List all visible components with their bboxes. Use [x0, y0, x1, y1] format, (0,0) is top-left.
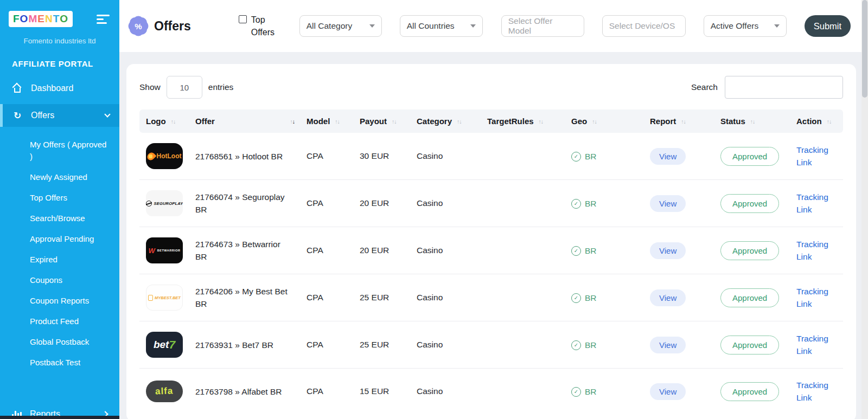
- column-header-targetrules[interactable]: TargetRules↑↓: [483, 109, 567, 133]
- offer-logo-mybestbet: MYBEST.BET: [146, 285, 183, 311]
- view-report-button[interactable]: View: [650, 337, 686, 353]
- sidebar-subitem-newly-assigned[interactable]: Newly Assigned: [30, 171, 111, 183]
- category-cell: Casino: [412, 227, 483, 274]
- sidebar-subitem-coupons[interactable]: Coupons: [30, 274, 111, 286]
- column-header-category[interactable]: Category↑↓: [412, 109, 483, 133]
- category-cell: Casino: [412, 133, 483, 180]
- column-header-logo[interactable]: Logo↑↓: [139, 109, 191, 133]
- entries-count-input[interactable]: [167, 76, 202, 99]
- geo-code: BR: [585, 387, 597, 397]
- top-offers-checkbox[interactable]: Top Offers: [239, 14, 273, 38]
- sidebar-item-label: Offers: [31, 111, 54, 120]
- sidebar-subitem-product-feed[interactable]: Product Feed: [30, 315, 111, 327]
- offer-status-select-value: Active Offers: [711, 21, 758, 31]
- view-report-button[interactable]: View: [650, 289, 686, 306]
- tracking-link[interactable]: Tracking Link: [796, 144, 834, 169]
- column-header-report[interactable]: Report↑↓: [646, 109, 716, 133]
- sidebar: FOMENTO Fomento industries ltd AFFILIATE…: [0, 0, 119, 419]
- target-rules-cell: [483, 180, 567, 227]
- sidebar-subitem-postback-test[interactable]: Postback Test: [30, 357, 111, 369]
- sidebar-item-label: Dashboard: [31, 83, 73, 93]
- checkbox-icon[interactable]: [239, 15, 247, 23]
- logo-cell: HotLoot: [139, 133, 191, 180]
- model-cell: CPA: [302, 227, 355, 274]
- tracking-link[interactable]: Tracking Link: [796, 191, 834, 216]
- tracking-link[interactable]: Tracking Link: [796, 285, 834, 310]
- offers-table: Logo↑↓Offer↑↓Model↑↓Payout↑↓Category↑↓Ta…: [139, 109, 843, 414]
- geo-cell: ✓BR: [567, 321, 646, 369]
- flame-icon: [146, 151, 156, 162]
- sidebar-subitem-search-browse[interactable]: Search/Browse: [30, 212, 111, 224]
- submit-button[interactable]: Submit: [805, 15, 851, 37]
- view-report-button[interactable]: View: [650, 383, 686, 400]
- offer-cell: 21764673 » Betwarrior BR: [191, 227, 302, 274]
- column-label: Payout: [360, 117, 387, 126]
- sort-icon: ↑↓: [592, 118, 597, 125]
- caret-down-icon: [369, 24, 375, 28]
- target-rules-cell: [483, 227, 567, 274]
- offer-status-select[interactable]: Active Offers: [704, 15, 787, 37]
- column-header-offer[interactable]: Offer↑↓: [191, 109, 302, 133]
- sidebar-item-dashboard[interactable]: Dashboard: [0, 77, 119, 100]
- geo-cell: ✓BR: [567, 133, 646, 180]
- status-badge: Approved: [720, 288, 779, 307]
- table-row: MYBEST.BET21764206 » My Best Bet BRCPA25…: [139, 274, 843, 321]
- sidebar-subitem-coupon-reports[interactable]: Coupon Reports: [30, 295, 111, 307]
- countries-select[interactable]: All Countries: [400, 15, 483, 37]
- top-offers-label: Top Offers: [251, 14, 275, 38]
- sidebar-subitem-my-offers-approved[interactable]: My Offers ( Approved ): [30, 139, 111, 163]
- home-icon: [12, 84, 23, 93]
- company-name: Fomento industries ltd: [0, 37, 119, 45]
- tracking-link[interactable]: Tracking Link: [796, 238, 834, 263]
- geo-value: ✓BR: [571, 199, 597, 209]
- scrollbar-thumb[interactable]: [862, 0, 867, 98]
- action-cell: Tracking Link: [792, 133, 843, 180]
- sidebar-subitem-expired[interactable]: Expired: [30, 254, 111, 266]
- report-cell: View: [646, 369, 716, 415]
- tracking-link[interactable]: Tracking Link: [796, 332, 834, 357]
- column-header-status[interactable]: Status↑↓: [716, 109, 792, 133]
- offer-model-placeholder: Select Offer Model: [508, 16, 577, 36]
- payout-cell: 25 EUR: [355, 274, 412, 321]
- fomento-logo: FOMENTO: [9, 11, 73, 27]
- menu-toggle-icon[interactable]: [97, 15, 110, 24]
- view-report-button[interactable]: View: [650, 195, 686, 212]
- category-select[interactable]: All Category: [299, 15, 382, 37]
- window-edge: [0, 416, 119, 419]
- offers-submenu: My Offers ( Approved )Newly AssignedTop …: [0, 127, 119, 369]
- table-row: SEGUROPLAY21766074 » Seguroplay BRCPA20 …: [139, 180, 843, 227]
- offer-cell: 21764206 » My Best Bet BR: [191, 274, 302, 321]
- table-row: bet721763931 » Bet7 BRCPA25 EURCasino✓BR…: [139, 321, 843, 369]
- category-select-value: All Category: [307, 21, 352, 31]
- offer-model-input[interactable]: Select Offer Model: [501, 15, 584, 37]
- seguroplay-icon: [146, 201, 152, 207]
- column-header-action[interactable]: Action↑↓: [792, 109, 843, 133]
- sidebar-subitem-top-offers[interactable]: Top Offers: [30, 192, 111, 204]
- status-cell: Approved: [716, 133, 792, 180]
- report-cell: View: [646, 133, 716, 180]
- sidebar-subitem-approval-pending[interactable]: Approval Pending: [30, 233, 111, 245]
- view-report-button[interactable]: View: [650, 148, 686, 165]
- payout-cell: 20 EUR: [355, 180, 412, 227]
- column-label: TargetRules: [487, 117, 534, 126]
- vertical-scrollbar[interactable]: [861, 0, 868, 419]
- sort-icon: ↑↓: [290, 118, 295, 125]
- sidebar-item-offers[interactable]: ↻ Offers: [0, 104, 119, 127]
- view-report-button[interactable]: View: [650, 242, 686, 259]
- column-header-payout[interactable]: Payout↑↓: [355, 109, 412, 133]
- geo-value: ✓BR: [571, 293, 597, 303]
- report-cell: View: [646, 321, 716, 369]
- caret-down-icon: [774, 24, 780, 28]
- status-cell: Approved: [716, 321, 792, 369]
- action-cell: Tracking Link: [792, 180, 843, 227]
- column-header-model[interactable]: Model↑↓: [302, 109, 355, 133]
- target-rules-cell: [483, 133, 567, 180]
- sidebar-subitem-global-postback[interactable]: Global Postback: [30, 336, 111, 348]
- status-cell: Approved: [716, 274, 792, 321]
- device-os-input[interactable]: Select Device/OS: [602, 15, 686, 37]
- search-input[interactable]: [725, 76, 843, 99]
- logo-letter: O: [20, 13, 29, 25]
- tracking-link[interactable]: Tracking Link: [796, 379, 834, 404]
- column-header-geo[interactable]: Geo↑↓: [567, 109, 646, 133]
- check-circle-icon: ✓: [571, 293, 581, 303]
